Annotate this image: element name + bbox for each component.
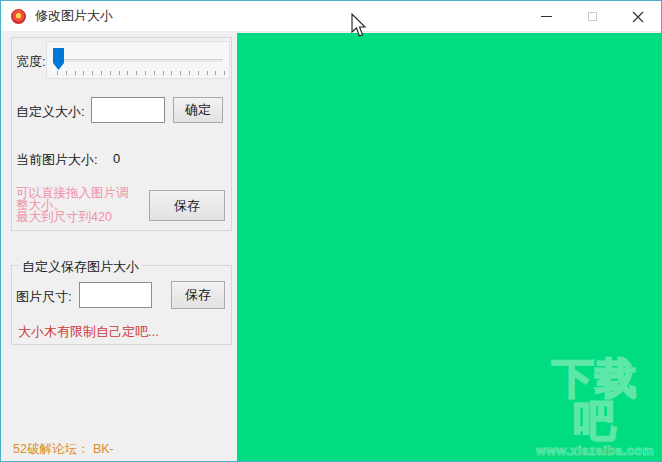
image-size-input[interactable] (79, 282, 152, 308)
watermark-url-text: www.xiazaiba.com (532, 445, 658, 458)
maximize-icon (588, 12, 597, 21)
current-size-value: 0 (113, 151, 120, 166)
confirm-button[interactable]: 确定 (173, 97, 223, 123)
app-record-icon (11, 9, 26, 24)
custom-save-group-title: 自定义保存图片大小 (19, 258, 142, 276)
close-button[interactable] (615, 1, 661, 32)
custom-save-button[interactable]: 保存 (171, 281, 225, 309)
width-slider-track[interactable] (53, 59, 223, 62)
minimize-button[interactable] (523, 1, 569, 32)
drag-hint-line3: 最大到尺寸到420 (16, 211, 148, 223)
size-limit-hint: 大小木有限制自己定吧... (18, 323, 159, 341)
save-button[interactable]: 保存 (149, 190, 225, 221)
mouse-cursor-icon (351, 13, 368, 39)
watermark-logo-text: 下载吧 (532, 358, 658, 442)
width-label: 宽度: (16, 53, 46, 71)
forum-credit-text: 52破解论坛： BK- (13, 441, 114, 458)
watermark: 下载吧 www.xiazaiba.com (532, 358, 658, 458)
close-icon (632, 11, 644, 23)
window-title: 修改图片大小 (35, 7, 113, 25)
width-slider-housing (46, 41, 230, 79)
drag-hint-text: 可以直接拖入图片调 整大小。 最大到尺寸到420 (16, 187, 148, 223)
minimize-icon (541, 16, 552, 17)
custom-size-input[interactable] (91, 97, 165, 123)
current-size-label: 当前图片大小: (16, 151, 98, 169)
image-size-label: 图片尺寸: (16, 288, 72, 306)
maximize-button[interactable] (569, 1, 615, 32)
custom-size-label: 自定义大小: (16, 103, 85, 121)
titlebar[interactable]: 修改图片大小 (1, 1, 661, 32)
image-preview-canvas[interactable]: 下载吧 www.xiazaiba.com (237, 33, 661, 461)
width-slider-thumb[interactable] (53, 48, 64, 70)
app-window: 修改图片大小 下载吧 www.xiazaiba.com 宽度: (0, 0, 662, 462)
width-slider-ticks (57, 71, 225, 75)
